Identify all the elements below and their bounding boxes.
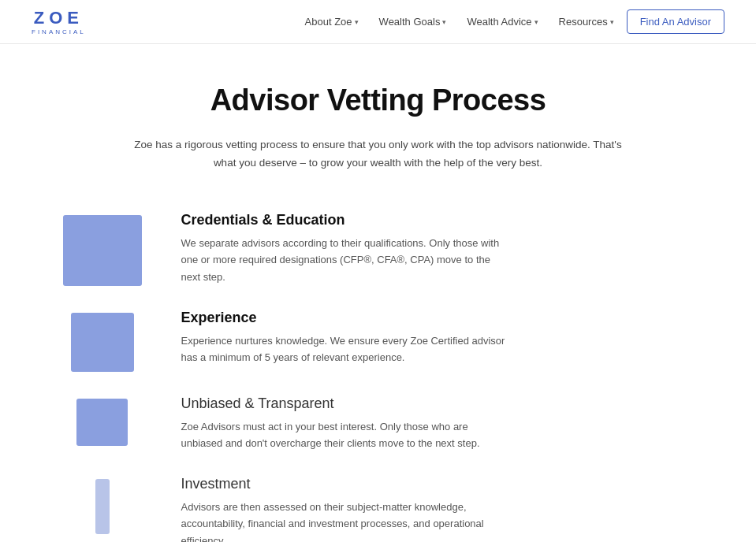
step-content-3: Unbiased & Transparent Zoe Advisors must… [181,395,702,452]
nav-item-resources[interactable]: Resources ▾ [551,11,622,32]
nav-label-resources: Resources [559,16,608,28]
nav-item-wealth-advice[interactable]: Wealth Advice ▾ [459,11,546,32]
step-desc-1: We separate advisors according to their … [181,235,512,285]
chevron-down-icon: ▾ [610,18,614,26]
step-icon-area [55,310,150,372]
step-content-4: Investment Advisors are then assessed on… [181,476,702,542]
step-visual-1 [63,215,142,286]
step-title-3: Unbiased & Transparent [181,395,702,412]
nav-item-wealth-goals[interactable]: Wealth Goals ▾ [371,11,455,32]
logo-zoe-text: ZOE [34,8,84,28]
step-content-2: Experience Experience nurtures knowledge… [181,310,702,366]
steps-list: Credentials & Education We separate advi… [55,212,702,542]
step-title-2: Experience [181,310,702,326]
chevron-down-icon: ▾ [442,18,446,26]
step-row: Investment Advisors are then assessed on… [55,476,702,542]
step-content-1: Credentials & Education We separate advi… [181,212,702,285]
step-desc-3: Zoe Advisors must act in your best inter… [181,418,512,452]
find-advisor-button[interactable]: Find An Advisor [627,9,724,34]
main-nav: About Zoe ▾ Wealth Goals ▾ Wealth Advice… [297,9,724,34]
nav-item-about-zoe[interactable]: About Zoe ▾ [297,11,367,32]
step-title-4: Investment [181,476,702,492]
step-desc-4: Advisors are then assessed on their subj… [181,499,512,542]
page-description: Zoe has a rigorous vetting process to en… [134,136,623,173]
step-desc-2: Experience nurtures knowledge. We ensure… [181,332,512,366]
step-icon-area [55,212,150,286]
step-visual-3 [76,399,128,446]
nav-label-wealth-goals: Wealth Goals [379,16,441,28]
logo-financial-text: FINANCIAL [32,28,86,35]
header: ZOE FINANCIAL About Zoe ▾ Wealth Goals ▾… [0,0,756,44]
chevron-down-icon: ▾ [355,18,359,26]
page-title: Advisor Vetting Process [55,84,702,117]
step-title-1: Credentials & Education [181,212,702,228]
chevron-down-icon: ▾ [534,18,538,26]
nav-label-wealth-advice: Wealth Advice [467,16,531,28]
step-visual-2 [71,313,134,372]
step-row: Unbiased & Transparent Zoe Advisors must… [55,395,702,452]
step-icon-area [55,476,150,534]
step-icon-area [55,395,150,446]
main-content: Advisor Vetting Process Zoe has a rigoro… [24,44,733,542]
step-visual-4 [95,479,110,534]
nav-label-about-zoe: About Zoe [305,16,352,28]
step-row: Credentials & Education We separate advi… [55,212,702,286]
step-row: Experience Experience nurtures knowledge… [55,310,702,372]
logo: ZOE FINANCIAL [32,8,86,35]
